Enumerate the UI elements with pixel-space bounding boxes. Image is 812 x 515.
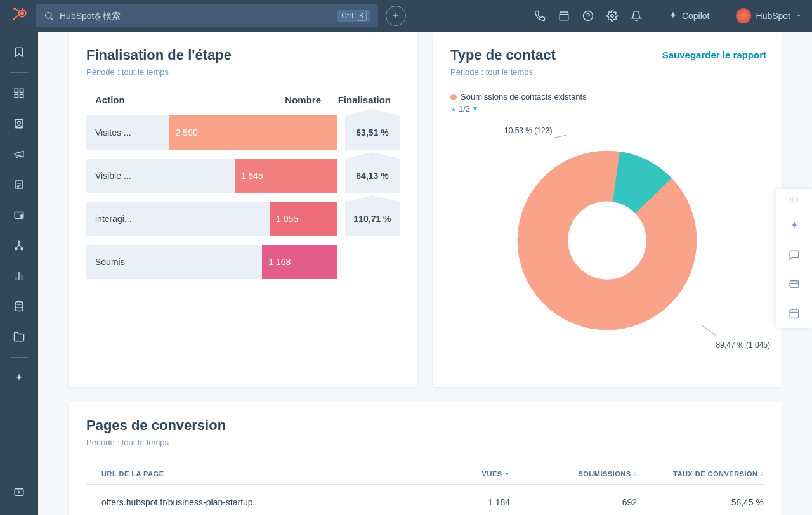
funnel-label: Visites ... <box>95 127 131 138</box>
marketplace-icon[interactable] <box>558 10 570 22</box>
col-action: Action <box>95 95 277 105</box>
legend-dot <box>450 94 457 100</box>
help-icon[interactable] <box>582 10 594 22</box>
funnel-label: Soumis <box>95 257 125 267</box>
phone-icon[interactable] <box>534 10 546 22</box>
sort-icon: ▼ <box>505 473 510 476</box>
collapse-icon[interactable] <box>5 479 33 505</box>
window-icon[interactable] <box>787 277 801 291</box>
search-input[interactable] <box>60 11 332 21</box>
global-search[interactable]: CtrlK <box>36 4 378 27</box>
svg-point-26 <box>15 248 17 250</box>
th-rate[interactable]: TAUX DE CONVERSION▲▼ <box>637 470 764 478</box>
left-sidebar <box>0 32 38 515</box>
legend: Soumissions de contacts existants <box>450 92 764 101</box>
cell-subs: 692 <box>510 497 637 507</box>
funnel-label: Visible ... <box>95 171 131 181</box>
svg-point-0 <box>20 11 24 15</box>
contact-subtitle: Période : tout le temps <box>450 67 764 77</box>
bookmark-icon[interactable] <box>5 39 33 65</box>
svg-rect-38 <box>790 281 799 288</box>
th-views[interactable]: VUES▼ <box>383 470 510 478</box>
settings-icon[interactable] <box>606 10 618 22</box>
search-icon <box>43 10 55 22</box>
reports-icon[interactable] <box>5 263 33 289</box>
calendar-icon[interactable] <box>787 306 801 320</box>
legend-label: Soumissions de contacts existants <box>461 92 587 101</box>
funnel-row: Visible ...1 64564,13 % <box>86 159 400 193</box>
sort-icon: ▲▼ <box>761 471 764 477</box>
sparkle-icon[interactable] <box>5 365 33 391</box>
copilot-button[interactable]: Copilot <box>668 11 710 21</box>
svg-point-13 <box>611 15 614 18</box>
prev-icon[interactable]: ▲ <box>450 105 457 112</box>
save-report-link[interactable]: Sauvegarder le rapport <box>662 49 766 60</box>
funnel-pct: 64,13 % <box>345 159 400 193</box>
funnel-subtitle: Période : tout le temps <box>86 67 400 77</box>
database-icon[interactable] <box>5 294 33 319</box>
svg-point-31 <box>15 302 23 305</box>
account-label: HubSpot <box>756 11 790 21</box>
funnel-row: interagi...1 055110,71 % <box>86 202 400 236</box>
funnel-title: Finalisation de l'étape <box>86 47 400 63</box>
svg-rect-40 <box>790 310 799 318</box>
funnel-label: interagi... <box>95 214 132 224</box>
funnel-row: Visites ...2 59063,51 % <box>86 115 400 150</box>
svg-point-19 <box>18 121 21 124</box>
funnel-bar[interactable]: Visites ...2 590 <box>86 115 337 150</box>
chevron-down-icon <box>796 13 802 19</box>
next-icon[interactable]: ▼ <box>472 105 478 112</box>
sparkle-icon <box>668 11 678 21</box>
top-nav: CtrlK Copilot HubSpot <box>0 0 812 32</box>
funnel-bar[interactable]: Soumis1 168 <box>86 245 337 279</box>
workflow-icon[interactable] <box>5 233 33 258</box>
svg-rect-15 <box>20 89 23 92</box>
wallet-icon[interactable] <box>5 202 33 228</box>
donut-label-top: 10,53 % (123) <box>504 126 552 135</box>
funnel-bar[interactable]: interagi...1 055 <box>86 202 337 236</box>
cell-views: 1 184 <box>383 497 510 507</box>
account-menu[interactable]: HubSpot <box>736 8 802 23</box>
divider <box>10 357 28 358</box>
svg-point-4 <box>13 18 15 20</box>
conversion-subtitle: Période : tout le temps <box>86 438 764 447</box>
sparkle-icon[interactable] <box>787 219 801 233</box>
grid-icon[interactable] <box>5 81 33 106</box>
conversion-pages-card: Pages de conversion Période : tout le te… <box>69 402 782 515</box>
funnel-value: 2 590 <box>169 115 337 150</box>
create-button[interactable] <box>386 6 406 26</box>
svg-point-25 <box>18 241 20 243</box>
th-subs[interactable]: SOUMISSIONS▲▼ <box>510 470 637 478</box>
newspaper-icon[interactable] <box>5 172 33 197</box>
pager-text: 1/2 <box>459 104 470 114</box>
right-tray: ⠿⠿ <box>776 189 812 328</box>
svg-point-27 <box>21 248 23 250</box>
funnel-value: 1 055 <box>270 202 337 236</box>
folder-icon[interactable] <box>5 324 33 349</box>
hubspot-logo[interactable] <box>10 7 28 25</box>
funnel-value: 1 645 <box>235 159 337 193</box>
donut-label-bottom: 89,47 % (1 045) <box>716 341 770 349</box>
divider <box>655 8 655 23</box>
th-url[interactable]: URL DE LA PAGE <box>86 470 383 478</box>
svg-line-8 <box>51 18 53 20</box>
cell-rate: 58,45 % <box>637 497 764 507</box>
funnel-card: Finalisation de l'étape Période : tout l… <box>69 32 417 387</box>
col-number: Nombre <box>277 95 321 105</box>
svg-rect-16 <box>20 95 23 98</box>
donut-chart: 10,53 % (123) 89,47 % (1 045) <box>450 120 764 361</box>
funnel-bar[interactable]: Visible ...1 645 <box>86 159 337 193</box>
notifications-icon[interactable] <box>631 10 642 22</box>
divider <box>723 8 723 23</box>
avatar <box>736 8 751 23</box>
table-row[interactable]: offers.hubspot.fr/business-plan-startup … <box>86 485 764 515</box>
megaphone-icon[interactable] <box>5 141 33 167</box>
chat-icon[interactable] <box>787 248 801 262</box>
contact-icon[interactable] <box>5 111 33 136</box>
legend-pager[interactable]: ▲ 1/2 ▼ <box>450 104 764 114</box>
drag-handle-icon[interactable]: ⠿⠿ <box>789 197 799 204</box>
svg-rect-14 <box>15 89 18 92</box>
shortcut-badge: CtrlK <box>337 10 370 22</box>
table-header: URL DE LA PAGE VUES▼ SOUMISSIONS▲▼ TAUX … <box>86 470 764 485</box>
cell-url: offers.hubspot.fr/business-plan-startup <box>86 497 383 507</box>
